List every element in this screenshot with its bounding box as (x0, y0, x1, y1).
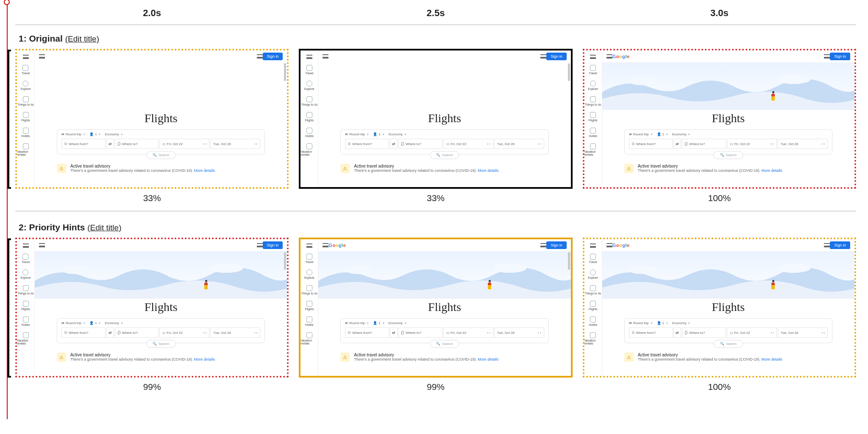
row-bracket (8, 238, 11, 378)
chip-pax: 👤 1 (373, 321, 384, 325)
logo-text: Google (612, 243, 630, 248)
visual-progress-pct: 100% (708, 382, 731, 392)
chip-pax: 👤 1 (89, 321, 100, 325)
mock-main: Google Sign in Flights (602, 239, 854, 376)
svg-point-1 (776, 75, 811, 84)
mock-sidebar: Travel Explore Things to do Flights Hote… (584, 239, 602, 376)
chip-cabin: Economy (672, 132, 690, 136)
time-header-row: 2.0s 2.5s 3.0s (15, 0, 856, 25)
sidebar-item-hotels: Hotels (22, 316, 30, 326)
chip-pax: 👤 1 (89, 132, 100, 136)
screenshot-frame[interactable]: Travel Explore Things to do Flights Hote… (15, 49, 289, 189)
mock-topbar: Google Sign in (35, 50, 287, 62)
chip-pax: 👤 1 (657, 321, 668, 325)
svg-point-2 (61, 266, 90, 274)
filmstrip-cell: Travel Explore Things to do Flights Hote… (299, 238, 572, 392)
mock-hero (602, 251, 854, 299)
input-from: Where from? (61, 328, 106, 338)
sidebar-item-explore: Explore (304, 269, 314, 279)
visual-progress-pct: 33% (427, 193, 445, 203)
mock-search-pill: 🔍 Search (146, 151, 175, 159)
mock-search-card: ⇄ Round trip 👤 1 Economy Where from? ⇄ W… (624, 129, 832, 154)
screenshot-frame[interactable]: Travel Explore Things to do Flights Hote… (583, 238, 856, 378)
mock-topbar: Google Sign in (318, 50, 570, 62)
page-mock: Travel Explore Things to do Flights Hote… (584, 50, 854, 187)
advisory-subtitle: There's a government travel advisory rel… (638, 357, 782, 361)
sidebar-item-flights: Flights (589, 301, 598, 311)
edit-title-link[interactable]: (Edit title) (87, 223, 121, 232)
sidebar-item-things: Things to do (585, 285, 601, 295)
filmstrip-compare-view: 2.0s 2.5s 3.0s 1: Original (Edit title) … (7, 0, 868, 419)
chip-trip-type: ⇄ Round trip (629, 132, 653, 136)
hero-person-icon (203, 280, 209, 289)
screenshot-frame[interactable]: Travel Explore Things to do Flights Hote… (299, 238, 572, 378)
input-to: Where to? (398, 328, 442, 338)
mock-signin-button: Sign in (546, 53, 567, 60)
sidebar-item-flights: Flights (305, 112, 314, 122)
mock-advisory: ⚠ Active travel advisory There's a gover… (340, 353, 548, 362)
hamburger-icon (323, 54, 328, 59)
mock-page-title: Flights (318, 300, 570, 314)
advisory-title: Active travel advisory (354, 353, 498, 357)
sidebar-item-travel: Travel (22, 65, 30, 75)
chip-cabin: Economy (105, 132, 122, 136)
input-return-date: Tue, Oct 26‹ › (210, 328, 260, 338)
input-to: Where to? (115, 139, 159, 149)
warning-icon: ⚠ (57, 353, 66, 362)
sidebar-item-flights: Flights (305, 301, 314, 311)
input-return-date: Tue, Oct 26‹ › (778, 328, 828, 338)
mock-signin-button: Sign in (546, 241, 567, 249)
sidebar-item-rentals: Vacation rentals (17, 332, 34, 345)
chip-pax: 👤 1 (373, 132, 384, 136)
svg-point-5 (492, 263, 527, 273)
svg-point-6 (628, 266, 657, 274)
input-from: Where from? (629, 328, 673, 338)
mock-main: Google Sign in Flights (318, 239, 570, 376)
advisory-subtitle: There's a government travel advisory rel… (70, 357, 215, 361)
filmstrip-cell: Travel Explore Things to do Flights Hote… (15, 238, 289, 392)
screenshot-frame[interactable]: Travel Explore Things to do Flights Hote… (15, 238, 289, 378)
sidebar-item-hotels: Hotels (22, 128, 30, 137)
input-return-date: Tue, Oct 26‹ › (494, 328, 544, 338)
input-depart-date: ▭ Fri, Oct 22‹ › (727, 328, 777, 338)
filmstrip-row: Travel Explore Things to do Flights Hote… (15, 238, 856, 400)
apps-icon (257, 243, 263, 247)
sidebar-item-explore: Explore (588, 81, 598, 90)
advisory-title: Active travel advisory (70, 164, 215, 168)
input-depart-date: ▭ Fri, Oct 22‹ › (159, 328, 209, 338)
mock-page-title: Flights (602, 112, 854, 125)
mock-page-title: Flights (318, 112, 570, 125)
mock-hero (318, 251, 570, 299)
advisory-subtitle: There's a government travel advisory rel… (354, 357, 498, 361)
sidebar-item-hotels: Hotels (589, 316, 597, 326)
hamburger-icon (39, 243, 45, 247)
edit-title-link[interactable]: (Edit title) (65, 34, 99, 43)
input-from: Where from? (629, 139, 673, 149)
hero-person-icon (487, 280, 492, 289)
hamburger-icon (23, 244, 29, 248)
hamburger-icon (39, 54, 45, 59)
mock-hero (35, 251, 287, 299)
advisory-title: Active travel advisory (354, 164, 498, 168)
mock-advisory: ⚠ Active travel advisory There's a gover… (340, 164, 548, 173)
screenshot-frame[interactable]: Travel Explore Things to do Flights Hote… (583, 49, 856, 189)
mock-sidebar: Travel Explore Things to do Flights Hote… (300, 239, 318, 376)
row-index: 1: (19, 34, 29, 43)
input-depart-date: ▭ Fri, Oct 22‹ › (727, 139, 777, 149)
input-from: Where from? (61, 139, 106, 149)
mock-topbar: Google Sign in (35, 239, 287, 251)
page-mock: Travel Explore Things to do Flights Hote… (300, 239, 570, 376)
sidebar-item-explore: Explore (304, 81, 314, 90)
hamburger-icon (590, 55, 596, 59)
mock-advisory: ⚠ Active travel advisory There's a gover… (57, 353, 265, 362)
timeline-start-marker (4, 0, 10, 5)
page-mock: Travel Explore Things to do Flights Hote… (300, 50, 570, 187)
mock-search-card: ⇄ Round trip 👤 1 Economy Where from? ⇄ W… (624, 318, 832, 343)
sidebar-item-travel: Travel (589, 65, 597, 75)
warning-icon: ⚠ (340, 164, 350, 173)
warning-icon: ⚠ (624, 353, 634, 362)
chip-trip-type: ⇄ Round trip (345, 132, 369, 136)
input-depart-date: ▭ Fri, Oct 22‹ › (443, 139, 493, 149)
swap-icon: ⇄ (390, 328, 398, 338)
screenshot-frame[interactable]: Travel Explore Things to do Flights Hote… (299, 49, 572, 189)
